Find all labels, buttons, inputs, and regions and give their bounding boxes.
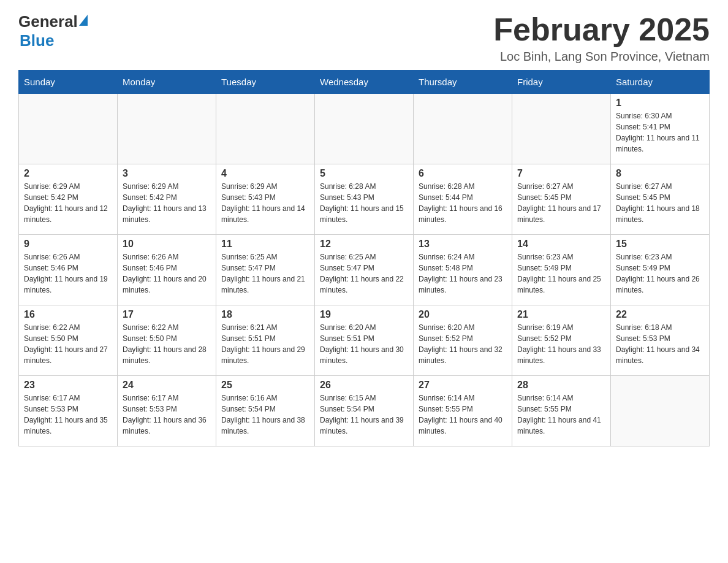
calendar-cell: 10Sunrise: 6:26 AMSunset: 5:46 PMDayligh… bbox=[118, 235, 216, 305]
day-info: Sunrise: 6:14 AMSunset: 5:55 PMDaylight:… bbox=[419, 393, 507, 437]
calendar-cell: 21Sunrise: 6:19 AMSunset: 5:52 PMDayligh… bbox=[512, 305, 611, 376]
calendar-cell: 12Sunrise: 6:25 AMSunset: 5:47 PMDayligh… bbox=[315, 235, 414, 305]
calendar-cell: 9Sunrise: 6:26 AMSunset: 5:46 PMDaylight… bbox=[19, 235, 118, 305]
weekday-header-thursday: Thursday bbox=[414, 71, 512, 94]
calendar-cell: 1Sunrise: 6:30 AMSunset: 5:41 PMDaylight… bbox=[611, 94, 710, 164]
calendar-cell bbox=[512, 94, 611, 164]
day-info: Sunrise: 6:14 AMSunset: 5:55 PMDaylight:… bbox=[517, 393, 605, 437]
weekday-header-saturday: Saturday bbox=[611, 71, 710, 94]
location-subtitle: Loc Binh, Lang Son Province, Vietnam bbox=[493, 50, 710, 64]
calendar-cell: 15Sunrise: 6:23 AMSunset: 5:49 PMDayligh… bbox=[611, 235, 710, 305]
calendar-cell: 11Sunrise: 6:25 AMSunset: 5:47 PMDayligh… bbox=[216, 235, 315, 305]
calendar-cell: 28Sunrise: 6:14 AMSunset: 5:55 PMDayligh… bbox=[512, 376, 611, 446]
logo-general-text: General bbox=[18, 12, 78, 31]
day-info: Sunrise: 6:29 AMSunset: 5:43 PMDaylight:… bbox=[221, 181, 309, 225]
calendar-cell: 23Sunrise: 6:17 AMSunset: 5:53 PMDayligh… bbox=[19, 376, 118, 446]
day-number: 16 bbox=[24, 309, 112, 320]
week-row-3: 9Sunrise: 6:26 AMSunset: 5:46 PMDaylight… bbox=[19, 235, 710, 305]
page-header: General Blue February 2025 Loc Binh, Lan… bbox=[18, 12, 710, 64]
day-number: 2 bbox=[24, 168, 112, 179]
day-number: 26 bbox=[320, 380, 408, 391]
day-number: 9 bbox=[24, 239, 112, 250]
day-info: Sunrise: 6:22 AMSunset: 5:50 PMDaylight:… bbox=[24, 322, 112, 366]
calendar-cell: 22Sunrise: 6:18 AMSunset: 5:53 PMDayligh… bbox=[611, 305, 710, 376]
day-number: 3 bbox=[123, 168, 211, 179]
day-number: 13 bbox=[419, 239, 507, 250]
weekday-header-tuesday: Tuesday bbox=[216, 71, 315, 94]
weekday-header-monday: Monday bbox=[118, 71, 216, 94]
day-info: Sunrise: 6:20 AMSunset: 5:51 PMDaylight:… bbox=[320, 322, 408, 366]
day-number: 24 bbox=[123, 380, 211, 391]
logo-blue-part bbox=[78, 18, 88, 26]
calendar-cell: 2Sunrise: 6:29 AMSunset: 5:42 PMDaylight… bbox=[19, 164, 118, 235]
day-number: 28 bbox=[517, 380, 605, 391]
day-number: 11 bbox=[221, 239, 309, 250]
calendar-cell: 7Sunrise: 6:27 AMSunset: 5:45 PMDaylight… bbox=[512, 164, 611, 235]
day-info: Sunrise: 6:25 AMSunset: 5:47 PMDaylight:… bbox=[221, 251, 309, 296]
day-info: Sunrise: 6:26 AMSunset: 5:46 PMDaylight:… bbox=[24, 251, 112, 296]
day-number: 1 bbox=[616, 98, 704, 109]
calendar-cell: 16Sunrise: 6:22 AMSunset: 5:50 PMDayligh… bbox=[19, 305, 118, 376]
day-number: 21 bbox=[517, 309, 605, 320]
weekday-header-wednesday: Wednesday bbox=[315, 71, 414, 94]
day-info: Sunrise: 6:25 AMSunset: 5:47 PMDaylight:… bbox=[320, 251, 408, 296]
day-info: Sunrise: 6:19 AMSunset: 5:52 PMDaylight:… bbox=[517, 322, 605, 366]
calendar-cell: 4Sunrise: 6:29 AMSunset: 5:43 PMDaylight… bbox=[216, 164, 315, 235]
day-number: 6 bbox=[419, 168, 507, 179]
calendar-cell: 25Sunrise: 6:16 AMSunset: 5:54 PMDayligh… bbox=[216, 376, 315, 446]
calendar-cell: 5Sunrise: 6:28 AMSunset: 5:43 PMDaylight… bbox=[315, 164, 414, 235]
day-info: Sunrise: 6:20 AMSunset: 5:52 PMDaylight:… bbox=[419, 322, 507, 366]
day-number: 18 bbox=[221, 309, 309, 320]
day-info: Sunrise: 6:23 AMSunset: 5:49 PMDaylight:… bbox=[517, 251, 605, 296]
day-number: 25 bbox=[221, 380, 309, 391]
calendar-cell: 18Sunrise: 6:21 AMSunset: 5:51 PMDayligh… bbox=[216, 305, 315, 376]
day-info: Sunrise: 6:22 AMSunset: 5:50 PMDaylight:… bbox=[123, 322, 211, 366]
logo-blue-text: Blue bbox=[20, 31, 54, 50]
week-row-4: 16Sunrise: 6:22 AMSunset: 5:50 PMDayligh… bbox=[19, 305, 710, 376]
calendar-cell: 24Sunrise: 6:17 AMSunset: 5:53 PMDayligh… bbox=[118, 376, 216, 446]
main-title: February 2025 bbox=[493, 12, 710, 47]
day-number: 17 bbox=[123, 309, 211, 320]
day-info: Sunrise: 6:27 AMSunset: 5:45 PMDaylight:… bbox=[616, 181, 704, 225]
calendar-cell: 20Sunrise: 6:20 AMSunset: 5:52 PMDayligh… bbox=[414, 305, 512, 376]
day-info: Sunrise: 6:28 AMSunset: 5:43 PMDaylight:… bbox=[320, 181, 408, 225]
day-info: Sunrise: 6:30 AMSunset: 5:41 PMDaylight:… bbox=[616, 110, 704, 155]
day-info: Sunrise: 6:17 AMSunset: 5:53 PMDaylight:… bbox=[123, 393, 211, 437]
calendar-cell: 8Sunrise: 6:27 AMSunset: 5:45 PMDaylight… bbox=[611, 164, 710, 235]
logo-arrow-icon bbox=[79, 15, 88, 26]
day-info: Sunrise: 6:24 AMSunset: 5:48 PMDaylight:… bbox=[419, 251, 507, 296]
calendar-cell: 3Sunrise: 6:29 AMSunset: 5:42 PMDaylight… bbox=[118, 164, 216, 235]
calendar-cell: 13Sunrise: 6:24 AMSunset: 5:48 PMDayligh… bbox=[414, 235, 512, 305]
calendar-cell: 27Sunrise: 6:14 AMSunset: 5:55 PMDayligh… bbox=[414, 376, 512, 446]
week-row-5: 23Sunrise: 6:17 AMSunset: 5:53 PMDayligh… bbox=[19, 376, 710, 446]
day-info: Sunrise: 6:29 AMSunset: 5:42 PMDaylight:… bbox=[123, 181, 211, 225]
day-number: 8 bbox=[616, 168, 704, 179]
day-info: Sunrise: 6:15 AMSunset: 5:54 PMDaylight:… bbox=[320, 393, 408, 437]
day-number: 27 bbox=[419, 380, 507, 391]
weekday-header-row: SundayMondayTuesdayWednesdayThursdayFrid… bbox=[19, 71, 710, 94]
calendar-cell: 6Sunrise: 6:28 AMSunset: 5:44 PMDaylight… bbox=[414, 164, 512, 235]
weekday-header-friday: Friday bbox=[512, 71, 611, 94]
day-number: 19 bbox=[320, 309, 408, 320]
calendar-cell bbox=[315, 94, 414, 164]
day-info: Sunrise: 6:21 AMSunset: 5:51 PMDaylight:… bbox=[221, 322, 309, 366]
calendar-cell: 17Sunrise: 6:22 AMSunset: 5:50 PMDayligh… bbox=[118, 305, 216, 376]
logo: General Blue bbox=[18, 12, 88, 50]
calendar-cell: 26Sunrise: 6:15 AMSunset: 5:54 PMDayligh… bbox=[315, 376, 414, 446]
day-number: 20 bbox=[419, 309, 507, 320]
day-number: 7 bbox=[517, 168, 605, 179]
day-info: Sunrise: 6:18 AMSunset: 5:53 PMDaylight:… bbox=[616, 322, 704, 366]
weekday-header-sunday: Sunday bbox=[19, 71, 118, 94]
day-info: Sunrise: 6:16 AMSunset: 5:54 PMDaylight:… bbox=[221, 393, 309, 437]
day-info: Sunrise: 6:17 AMSunset: 5:53 PMDaylight:… bbox=[24, 393, 112, 437]
calendar-cell: 14Sunrise: 6:23 AMSunset: 5:49 PMDayligh… bbox=[512, 235, 611, 305]
calendar-cell bbox=[611, 376, 710, 446]
calendar-cell: 19Sunrise: 6:20 AMSunset: 5:51 PMDayligh… bbox=[315, 305, 414, 376]
day-info: Sunrise: 6:23 AMSunset: 5:49 PMDaylight:… bbox=[616, 251, 704, 296]
day-info: Sunrise: 6:26 AMSunset: 5:46 PMDaylight:… bbox=[123, 251, 211, 296]
week-row-1: 1Sunrise: 6:30 AMSunset: 5:41 PMDaylight… bbox=[19, 94, 710, 164]
calendar-cell bbox=[118, 94, 216, 164]
day-info: Sunrise: 6:27 AMSunset: 5:45 PMDaylight:… bbox=[517, 181, 605, 225]
day-number: 15 bbox=[616, 239, 704, 250]
calendar-cell bbox=[216, 94, 315, 164]
